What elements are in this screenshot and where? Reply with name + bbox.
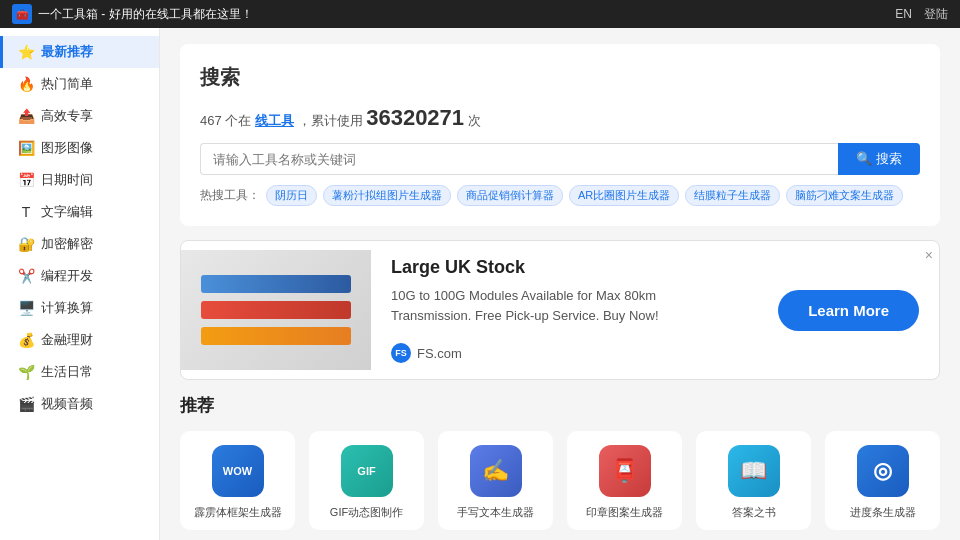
sidebar-item-recommend[interactable]: ⭐最新推荐 [0,36,159,68]
sidebar-icon-recommend: ⭐ [17,44,35,60]
search-button[interactable]: 🔍 搜索 [838,143,920,175]
tool-item-stamp[interactable]: 📮 印章图案生成器 [567,431,682,530]
stats-suffix: ，累计使用 [298,113,363,128]
tool-icon-gif-gen: GIF [341,445,393,497]
search-title: 搜索 [200,64,920,91]
tool-item-media-gen[interactable]: WOW 霹雳体框架生成器 [180,431,295,530]
sidebar-item-highshare[interactable]: 📤高效专享 [0,100,159,132]
sidebar-label-calc: 计算换算 [41,299,93,317]
sidebar-item-schedule[interactable]: 📅日期时间 [0,164,159,196]
sidebar-icon-calc: 🖥️ [17,300,35,316]
tool-icon-media-gen: WOW [212,445,264,497]
sidebar-item-calc[interactable]: 🖥️计算换算 [0,292,159,324]
sidebar-icon-popular: 🔥 [17,76,35,92]
ad-content: Large UK Stock 10G to 100G Modules Avail… [371,241,758,379]
ad-close-button[interactable]: × [925,247,933,263]
sidebar-icon-image: 🖼️ [17,140,35,156]
hot-tools: 热搜工具： 阴历日 薯粉汁拟组图片生成器 商品促销倒计算器 AR比圈图片生成器 … [200,185,920,206]
main-layout: ⭐最新推荐🔥热门简单📤高效专享🖼️图形图像📅日期时间T文字编辑🔐加密解密✂️编程… [0,28,960,540]
search-bar: 🔍 搜索 [200,143,920,175]
sidebar-item-life[interactable]: 🌱生活日常 [0,356,159,388]
sidebar-icon-life: 🌱 [17,364,35,380]
ad-image-placeholder [201,273,351,347]
topbar-logo: 🧰 一个工具箱 - 好用的在线工具都在这里！ [12,4,895,24]
recommend-title: 推荐 [180,394,940,417]
sidebar: ⭐最新推荐🔥热门简单📤高效专享🖼️图形图像📅日期时间T文字编辑🔐加密解密✂️编程… [0,28,160,540]
fs-logo: FS [391,343,411,363]
sidebar-icon-text: T [17,204,35,220]
sidebar-label-image: 图形图像 [41,139,93,157]
recommend-section: 推荐 WOW 霹雳体框架生成器 GIF GIF动态图制作 ✍ 手写文本生成器 📮… [180,394,940,540]
login-button[interactable]: 登陆 [924,6,948,23]
hot-tag-4[interactable]: 结膜粒子生成器 [685,185,780,206]
tool-label-handwrite: 手写文本生成器 [457,505,534,520]
sidebar-item-popular[interactable]: 🔥热门简单 [0,68,159,100]
fs-brand-name: FS.com [417,346,462,361]
tool-item-book[interactable]: 📖 答案之书 [696,431,811,530]
sidebar-item-encrypt[interactable]: 🔐加密解密 [0,228,159,260]
sidebar-label-encrypt: 加密解密 [41,235,93,253]
search-stats: 467 个在 线工具 ，累计使用 36320271 次 [200,105,920,131]
sidebar-icon-finance: 💰 [17,332,35,348]
sidebar-item-finance[interactable]: 💰金融理财 [0,324,159,356]
sidebar-label-life: 生活日常 [41,363,93,381]
tool-icon-progress: ◎ [857,445,909,497]
hot-tag-0[interactable]: 阴历日 [266,185,317,206]
sidebar-label-popular: 热门简单 [41,75,93,93]
hot-tag-2[interactable]: 商品促销倒计算器 [457,185,563,206]
tool-item-gif-gen[interactable]: GIF GIF动态图制作 [309,431,424,530]
tool-label-stamp: 印章图案生成器 [586,505,663,520]
sidebar-icon-schedule: 📅 [17,172,35,188]
hot-tag-1[interactable]: 薯粉汁拟组图片生成器 [323,185,451,206]
sidebar-icon-code: ✂️ [17,268,35,284]
ad-product-2 [201,301,351,319]
learn-more-button[interactable]: Learn More [778,290,919,331]
stats-count: 36320271 [366,105,464,130]
ad-product-1 [201,275,351,293]
search-input[interactable] [200,143,838,175]
hot-label: 热搜工具： [200,187,260,204]
stats-unit: 次 [468,113,481,128]
ad-image [181,250,371,370]
sidebar-label-code: 编程开发 [41,267,93,285]
tools-grid: WOW 霹雳体框架生成器 GIF GIF动态图制作 ✍ 手写文本生成器 📮 印章… [180,431,940,540]
fs-logo-text: FS [395,348,407,358]
ad-desc: 10G to 100G Modules Available for Max 80… [391,286,738,325]
sidebar-label-highshare: 高效专享 [41,107,93,125]
topbar-title: 一个工具箱 - 好用的在线工具都在这里！ [38,6,253,23]
sidebar-label-text: 文字编辑 [41,203,93,221]
lang-switcher[interactable]: EN [895,7,912,21]
sidebar-item-image[interactable]: 🖼️图形图像 [0,132,159,164]
sidebar-item-text[interactable]: T文字编辑 [0,196,159,228]
search-section: 搜索 467 个在 线工具 ，累计使用 36320271 次 🔍 搜索 热搜工具… [180,44,940,226]
sidebar-item-video[interactable]: 🎬视频音频 [0,388,159,420]
sidebar-label-schedule: 日期时间 [41,171,93,189]
sidebar-label-finance: 金融理财 [41,331,93,349]
tool-label-media-gen: 霹雳体框架生成器 [194,505,282,520]
sidebar-icon-highshare: 📤 [17,108,35,124]
hot-tag-5[interactable]: 脑筋刁难文案生成器 [786,185,903,206]
ad-product-3 [201,327,351,345]
sidebar-icon-video: 🎬 [17,396,35,412]
tool-icon-stamp: 📮 [599,445,651,497]
tool-item-handwrite[interactable]: ✍ 手写文本生成器 [438,431,553,530]
sidebar-item-code[interactable]: ✂️编程开发 [0,260,159,292]
logo-icon: 🧰 [12,4,32,24]
hot-tag-3[interactable]: AR比圈图片生成器 [569,185,679,206]
sidebar-label-recommend: 最新推荐 [41,43,93,61]
tool-label-book: 答案之书 [732,505,776,520]
stats-prefix: 467 个在 [200,113,251,128]
stats-link[interactable]: 线工具 [255,113,294,128]
tool-item-progress[interactable]: ◎ 进度条生成器 [825,431,940,530]
tool-label-progress: 进度条生成器 [850,505,916,520]
tool-icon-book: 📖 [728,445,780,497]
ad-banner: Large UK Stock 10G to 100G Modules Avail… [180,240,940,380]
ad-title: Large UK Stock [391,257,738,278]
sidebar-icon-encrypt: 🔐 [17,236,35,252]
ad-action: Learn More [758,274,939,347]
tool-icon-handwrite: ✍ [470,445,522,497]
topbar: 🧰 一个工具箱 - 好用的在线工具都在这里！ EN 登陆 [0,0,960,28]
topbar-right: EN 登陆 [895,6,948,23]
tool-label-gif-gen: GIF动态图制作 [330,505,403,520]
sidebar-label-video: 视频音频 [41,395,93,413]
